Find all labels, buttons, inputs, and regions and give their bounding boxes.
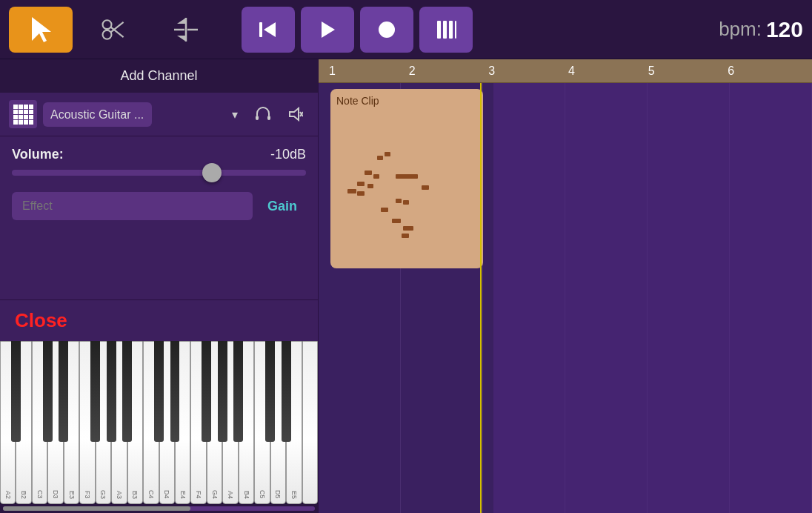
svg-marker-12 <box>322 21 335 38</box>
svg-rect-14 <box>437 21 441 39</box>
black-key[interactable] <box>90 341 100 442</box>
ruler-mark-1: 1 <box>326 64 406 78</box>
main-area: Add Channel Acoustic Guitar ... <box>0 59 812 513</box>
grid-view-button[interactable] <box>419 7 473 53</box>
key-label: A4 <box>227 491 234 499</box>
black-key[interactable] <box>218 341 227 442</box>
skip-back-button[interactable] <box>242 7 295 53</box>
volume-value: -10dB <box>270 147 306 162</box>
key-label: E5 <box>290 491 298 499</box>
right-panel: 1 2 3 4 5 6 Note Clip <box>319 59 812 513</box>
svg-rect-15 <box>443 21 447 39</box>
black-key[interactable] <box>11 341 21 442</box>
channel-select[interactable]: Acoustic Guitar ... <box>43 102 152 127</box>
mute-button[interactable] <box>282 101 309 128</box>
note-canvas <box>336 111 477 252</box>
transport-group <box>242 7 473 53</box>
svg-line-4 <box>111 27 124 37</box>
volume-slider[interactable] <box>12 170 306 176</box>
record-button[interactable] <box>360 7 413 53</box>
svg-rect-17 <box>455 21 456 39</box>
key-label: D5 <box>274 490 282 499</box>
key-label: B2 <box>20 491 27 499</box>
bpm-display: bpm: 120 <box>719 17 803 42</box>
svg-rect-16 <box>449 21 453 39</box>
ruler-mark-4: 4 <box>565 64 645 78</box>
toolbar: bpm: 120 <box>0 0 812 59</box>
svg-marker-0 <box>32 17 51 42</box>
playhead <box>480 83 482 513</box>
grid-icon-lines <box>13 105 33 125</box>
gain-button[interactable]: Gain <box>259 193 306 220</box>
black-key[interactable] <box>59 341 68 442</box>
svg-marker-11 <box>264 22 276 37</box>
piano-scrollbar[interactable] <box>3 506 315 511</box>
key-label: G3 <box>99 490 107 499</box>
black-key[interactable] <box>282 341 291 442</box>
piano-scroll[interactable] <box>0 504 318 513</box>
volume-section: Volume: -10dB <box>0 136 318 186</box>
key-label: A3 <box>116 491 123 499</box>
channel-row: Acoustic Guitar ... <box>0 93 318 136</box>
white-key[interactable] <box>302 341 318 504</box>
key-label: D3 <box>52 490 59 499</box>
svg-point-1 <box>103 30 112 39</box>
add-channel-header: Add Channel <box>0 59 318 93</box>
svg-marker-20 <box>290 108 299 120</box>
ruler-mark-2: 2 <box>406 64 486 78</box>
piano-keyboard-area: A2B2C3D3E3F3G3A3B3C4D4E4F4G4A4B4C5D5E5 <box>0 341 318 513</box>
key-label: E4 <box>179 491 187 499</box>
channel-grid-icon <box>9 100 37 128</box>
track-area: Note Clip <box>319 83 812 513</box>
bpm-label: bpm: <box>719 18 762 41</box>
channel-select-wrapper[interactable]: Acoustic Guitar ... <box>43 102 244 127</box>
volume-label-row: Volume: -10dB <box>12 147 306 162</box>
key-label: G4 <box>211 490 219 499</box>
ruler-mark-6: 6 <box>725 64 805 78</box>
key-label: C5 <box>259 490 266 499</box>
note-clip-label: Note Clip <box>336 95 477 107</box>
key-label: F4 <box>195 491 202 499</box>
track-overlay <box>493 83 812 513</box>
key-label: B4 <box>243 491 250 499</box>
black-key[interactable] <box>107 341 116 442</box>
ruler-mark-5: 5 <box>645 64 725 78</box>
svg-marker-6 <box>177 18 186 24</box>
headphones-button[interactable] <box>250 101 276 128</box>
black-key[interactable] <box>122 341 132 442</box>
piano-keyboard: A2B2C3D3E3F3G3A3B3C4D4E4F4G4A4B4C5D5E5 <box>0 341 318 504</box>
svg-point-13 <box>379 21 395 38</box>
effect-row: Gain <box>0 186 318 226</box>
key-label: F3 <box>84 491 91 499</box>
svg-rect-10 <box>259 22 262 37</box>
black-key[interactable] <box>154 341 164 442</box>
scissors-tool-button[interactable] <box>81 7 145 53</box>
black-key[interactable] <box>202 341 211 442</box>
black-key[interactable] <box>43 341 53 442</box>
volume-label: Volume: <box>12 147 64 162</box>
timeline-ruler: 1 2 3 4 5 6 <box>319 59 812 83</box>
piano-scrollbar-thumb <box>3 506 190 511</box>
svg-line-3 <box>111 21 124 32</box>
key-label: C3 <box>36 490 44 499</box>
svg-rect-19 <box>267 116 270 120</box>
effect-input[interactable] <box>12 192 253 220</box>
key-label: E3 <box>68 491 76 499</box>
piano-roll-close-bar: Close <box>0 299 318 341</box>
left-panel: Add Channel Acoustic Guitar ... <box>0 59 319 513</box>
arrow-tool-button[interactable] <box>9 7 73 53</box>
svg-point-2 <box>103 20 112 29</box>
note-clip[interactable]: Note Clip <box>330 89 483 268</box>
key-label: B3 <box>131 491 139 499</box>
slider-thumb[interactable] <box>202 163 222 182</box>
black-key[interactable] <box>170 341 180 442</box>
black-key[interactable] <box>233 341 243 442</box>
black-key[interactable] <box>265 341 275 442</box>
play-button[interactable] <box>301 7 354 53</box>
close-button[interactable]: Close <box>15 309 67 332</box>
bpm-value: 120 <box>766 17 803 42</box>
key-label: C4 <box>147 490 155 499</box>
split-tool-button[interactable] <box>154 7 218 53</box>
svg-rect-18 <box>256 116 259 120</box>
key-label: D4 <box>163 490 170 499</box>
